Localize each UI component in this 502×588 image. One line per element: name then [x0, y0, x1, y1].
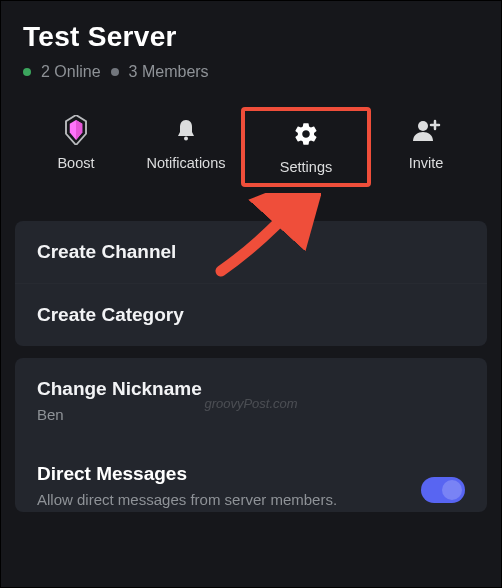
settings-label: Settings	[280, 159, 332, 175]
server-header: Test Server 2 Online 3 Members	[1, 1, 501, 97]
dm-subtitle: Allow direct messages from server member…	[37, 491, 337, 508]
create-section: Create Channel Create Category	[15, 221, 487, 346]
server-status-row: 2 Online 3 Members	[23, 63, 479, 81]
change-nickname-value: Ben	[37, 406, 465, 423]
server-name: Test Server	[23, 21, 479, 53]
dm-toggle[interactable]	[421, 477, 465, 503]
change-nickname-title: Change Nickname	[37, 378, 465, 400]
members-dot-icon	[111, 68, 119, 76]
gear-icon	[293, 119, 319, 149]
bell-icon	[174, 115, 198, 145]
bottom-fade	[1, 547, 501, 587]
server-settings-panel: Test Server 2 Online 3 Members Boost	[0, 0, 502, 588]
boost-button[interactable]: Boost	[21, 107, 131, 187]
action-bar: Boost Notifications Settings	[1, 97, 501, 209]
boost-icon	[63, 115, 89, 145]
change-nickname-row[interactable]: Change Nickname Ben	[15, 358, 487, 443]
notifications-label: Notifications	[147, 155, 226, 171]
invite-label: Invite	[409, 155, 444, 171]
member-section: Change Nickname Ben Direct Messages Allo…	[15, 358, 487, 512]
members-count: 3 Members	[129, 63, 209, 81]
create-category-row[interactable]: Create Category	[15, 283, 487, 346]
direct-messages-row: Direct Messages Allow direct messages fr…	[15, 443, 487, 512]
invite-icon	[411, 115, 441, 145]
create-channel-row[interactable]: Create Channel	[15, 221, 487, 283]
dm-title: Direct Messages	[37, 463, 337, 485]
svg-point-0	[184, 137, 188, 141]
invite-button[interactable]: Invite	[371, 107, 481, 187]
online-count: 2 Online	[41, 63, 101, 81]
dm-text: Direct Messages Allow direct messages fr…	[37, 463, 337, 508]
create-channel-label: Create Channel	[37, 241, 465, 263]
settings-button[interactable]: Settings	[241, 107, 371, 187]
svg-point-1	[418, 121, 428, 131]
boost-label: Boost	[57, 155, 94, 171]
notifications-button[interactable]: Notifications	[131, 107, 241, 187]
online-dot-icon	[23, 68, 31, 76]
create-category-label: Create Category	[37, 304, 465, 326]
